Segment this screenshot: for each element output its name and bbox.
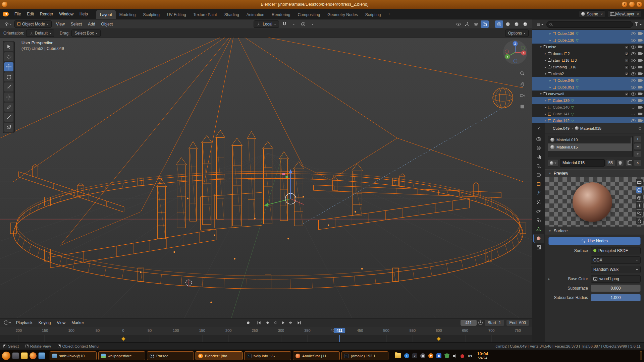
disclosure-icon[interactable]: ▾ xyxy=(544,72,547,75)
volume-icon[interactable] xyxy=(452,353,458,358)
proportional-editing-icon[interactable] xyxy=(299,20,307,28)
info-icon[interactable] xyxy=(404,353,409,358)
disable-in-renders-icon[interactable] xyxy=(638,119,642,122)
constraint-tab-icon[interactable] xyxy=(533,216,544,225)
app-menu-icon[interactable] xyxy=(2,352,10,360)
outliner-collection-misc[interactable]: ▾misc✓ xyxy=(532,44,644,50)
outliner-collection-stair[interactable]: ▸stair163✓ xyxy=(532,57,644,64)
outliner-collection-curvewall[interactable]: ▾curvewall✓ xyxy=(532,90,644,97)
render-tab-icon[interactable] xyxy=(533,134,544,143)
surface-panel-header[interactable]: ▾ Surface xyxy=(545,227,644,235)
material-users-button[interactable]: 55 xyxy=(606,159,615,167)
disable-in-renders-icon[interactable] xyxy=(638,99,642,102)
blender-logo-icon[interactable] xyxy=(3,12,9,16)
breadcrumb-material[interactable]: Material.015 xyxy=(575,126,601,130)
hide-in-viewport-icon[interactable] xyxy=(631,59,636,62)
disclosure-icon[interactable]: ▸ xyxy=(548,39,552,42)
rotate-icon[interactable] xyxy=(4,72,13,81)
number-field[interactable]: 0.000 xyxy=(591,285,641,292)
disable-in-renders-icon[interactable] xyxy=(638,39,642,42)
disable-in-renders-icon[interactable] xyxy=(638,32,642,35)
task-wallpaperflare-[interactable]: wallpaperflare... xyxy=(98,351,145,360)
scene-tab-icon[interactable] xyxy=(533,162,544,170)
add-workspace-button[interactable]: + xyxy=(385,9,393,19)
jump-first-icon[interactable] xyxy=(255,319,263,326)
disable-in-renders-icon[interactable] xyxy=(638,86,642,88)
viewlayer-selector[interactable]: ViewLayer × xyxy=(608,10,641,18)
breadcrumb-object[interactable]: Cube.049 xyxy=(548,126,570,130)
outliner-object-Cube.139[interactable]: ▸Cube.139▽ xyxy=(532,97,644,104)
timeline-menu-marker[interactable]: Marker xyxy=(68,319,87,326)
preview-cube-icon[interactable] xyxy=(636,194,643,201)
shield-icon[interactable] xyxy=(444,353,449,358)
screenshot-icon[interactable] xyxy=(420,353,425,358)
scene-unlink-icon[interactable]: × xyxy=(600,12,602,16)
shading-solid-icon[interactable] xyxy=(504,20,512,28)
tab-uv-editing[interactable]: UV Editing xyxy=(163,10,190,19)
proportional-falloff-dropdown[interactable] xyxy=(309,20,317,28)
disclosure-icon[interactable]: ▸ xyxy=(548,32,552,35)
preview-fluid-icon[interactable] xyxy=(636,218,643,224)
grid-ortho-icon[interactable] xyxy=(519,103,526,110)
hide-in-viewport-icon[interactable] xyxy=(631,52,636,55)
scale-icon[interactable] xyxy=(4,82,13,92)
disclosure-icon[interactable]: ▾ xyxy=(539,45,543,49)
menu-render[interactable]: Render xyxy=(37,10,56,18)
task-analiestar-h-[interactable]: AnalieStar | H... xyxy=(293,351,340,360)
checkbox-icon[interactable]: ✓ xyxy=(625,59,629,62)
mode-dropdown[interactable]: Object Mode xyxy=(14,20,52,28)
tab-modeling[interactable]: Modeling xyxy=(116,10,140,19)
disclosure-icon[interactable]: ▸ xyxy=(544,99,547,102)
viewport-menu-select[interactable]: Select xyxy=(68,20,85,28)
viewport-menu-view[interactable]: View xyxy=(53,20,68,28)
hide-in-viewport-icon[interactable] xyxy=(631,66,636,69)
texture-tab-icon[interactable] xyxy=(533,243,544,252)
pin-icon[interactable] xyxy=(639,127,641,130)
overlays-icon[interactable] xyxy=(472,20,480,28)
frame-start-field[interactable]: Start 1 xyxy=(484,319,504,326)
disclosure-icon[interactable]: ▸ xyxy=(548,79,552,82)
task-parsec[interactable]: Parsec xyxy=(147,351,194,360)
outliner-editor-type-button[interactable] xyxy=(535,21,545,27)
transform-orientation-dropdown[interactable]: Local xyxy=(254,20,279,28)
close-icon[interactable] xyxy=(637,2,642,7)
preview-sphere-icon[interactable] xyxy=(636,187,643,193)
visibility-icon[interactable] xyxy=(454,20,463,28)
task-smb-awv-10-[interactable]: smb://awv@10... xyxy=(50,351,97,360)
surface-shader-dropdown[interactable]: Principled BSDF xyxy=(591,247,641,254)
viewport-menu-object[interactable]: Object xyxy=(98,20,116,28)
record-icon[interactable] xyxy=(245,319,252,326)
physics-tab-icon[interactable] xyxy=(533,207,544,216)
cursor-icon[interactable] xyxy=(4,52,13,61)
tab-shading[interactable]: Shading xyxy=(221,10,243,19)
task--amalie-192-1-[interactable]: (amalie) 192.1... xyxy=(341,351,388,360)
select-box-icon[interactable] xyxy=(4,42,13,51)
disable-in-renders-icon[interactable] xyxy=(638,113,642,115)
preview-panel-header[interactable]: ▾ Preview xyxy=(545,169,644,177)
folder-window-icon[interactable] xyxy=(395,353,401,358)
expand-icon[interactable]: ▸ xyxy=(548,277,550,281)
new-material-button[interactable] xyxy=(625,160,633,166)
menu-help[interactable]: Help xyxy=(76,10,91,18)
material-slot-Material.015[interactable]: Material.015 xyxy=(548,143,632,151)
outliner-object-Cube.136[interactable]: ▸Cube.136▽ xyxy=(532,30,644,37)
current-frame-field[interactable]: 411 xyxy=(461,320,476,326)
keyframe-marker[interactable] xyxy=(121,337,125,341)
snap-settings-dropdown[interactable] xyxy=(290,20,298,28)
unlink-material-button[interactable]: × xyxy=(634,160,641,166)
browse-material-button[interactable] xyxy=(548,159,558,167)
remove-slot-icon[interactable]: − xyxy=(634,143,641,150)
material-name-input[interactable]: Material.015 xyxy=(560,159,605,167)
timeline-keyframe-track[interactable] xyxy=(0,335,532,342)
options-dropdown[interactable]: Options xyxy=(505,29,529,37)
jump-last-icon[interactable] xyxy=(296,319,303,326)
checkbox-icon[interactable]: ✓ xyxy=(625,92,629,96)
xray-icon[interactable] xyxy=(481,20,489,28)
tab-compositing[interactable]: Compositing xyxy=(294,10,324,19)
viewlayer-unlink-icon[interactable]: × xyxy=(637,12,639,16)
play-icon[interactable] xyxy=(279,319,287,326)
enum-dropdown[interactable]: GGX xyxy=(591,256,641,264)
show-desktop-corner[interactable] xyxy=(640,351,642,360)
tool-tab-icon[interactable] xyxy=(533,125,544,134)
use-nodes-button[interactable]: Use Nodes xyxy=(548,237,641,245)
